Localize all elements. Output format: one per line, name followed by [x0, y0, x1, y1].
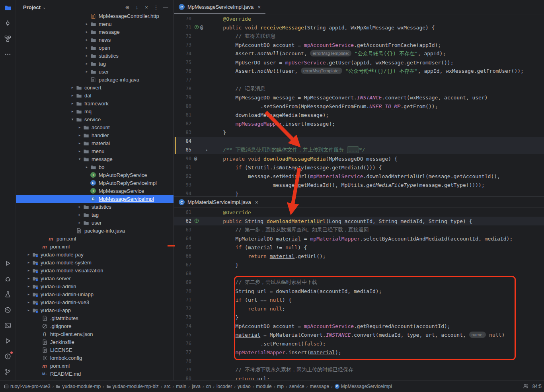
tree-item-news[interactable]: ▸news	[16, 36, 174, 44]
tree-item-mpmessagecontroller-http[interactable]: MpMessageController.http	[16, 14, 174, 20]
breadcrumb-item-ruoyi-vue-pro-vue3[interactable]: ruoyi-vue-pro-vue3	[4, 384, 51, 389]
chevron-collapsed-icon[interactable]: ▸	[25, 252, 32, 256]
breadcrumb-item-iocoder[interactable]: iocoder	[216, 384, 232, 389]
chevron-collapsed-icon[interactable]: ▸	[69, 109, 76, 113]
breadcrumb-item-yudao-module-mp-biz[interactable]: yudao-module-mp-biz	[106, 384, 159, 389]
tab-mpmaterialserviceimpl[interactable]: C MpMaterialServiceImpl.java ×	[174, 197, 263, 208]
code-line-84[interactable]: 84	[174, 137, 544, 146]
breadcrumb-item-service[interactable]: service	[289, 384, 304, 389]
code-line-80[interactable]: 80 return url;	[174, 374, 544, 380]
tree-item-license[interactable]: LICENSE	[16, 346, 174, 354]
history-icon[interactable]	[3, 305, 13, 315]
code-line-75[interactable]: 75 MpUserDO user = mpUserService.getUser…	[174, 58, 544, 67]
code-line-68[interactable]: 68	[174, 269, 544, 278]
code-line-79[interactable]: 79 // 不考虑下载永久素材，因为上传的时候已经保存	[174, 365, 544, 374]
tree-item-yudao-ui-admin[interactable]: ▸yudao-ui-admin	[16, 282, 174, 290]
code-line-65[interactable]: 65 if (material != null) {	[174, 243, 544, 252]
code-text[interactable]: @Override	[211, 210, 544, 215]
tree-item-convert[interactable]: ▸convert	[16, 83, 174, 91]
tree-item-jenkinsfile[interactable]: Jenkinsfile	[16, 338, 174, 346]
tree-item-readme-md[interactable]: M↓README.md	[16, 370, 174, 378]
code-text[interactable]: // 记录消息	[211, 85, 544, 92]
tree-item-dal[interactable]: ▸dal	[16, 91, 174, 99]
tree-item-handler[interactable]: ▸handler	[16, 131, 174, 139]
chevron-collapsed-icon[interactable]: ▸	[25, 268, 32, 272]
code-line-67[interactable]: 67 }	[174, 260, 544, 269]
code-text[interactable]: private void downloadMessageMedia(MpMess…	[211, 156, 544, 162]
annotation-gutter-icon[interactable]: @	[194, 156, 197, 161]
tree-item-menu[interactable]: ▸menu	[16, 147, 174, 155]
code-line-78[interactable]: 78 // 记录消息	[174, 84, 544, 93]
tree-item-statistics[interactable]: ▸statistics	[16, 203, 174, 211]
tree-item-statistics[interactable]: ▸statistics	[16, 52, 174, 60]
code-line-66[interactable]: 66 return material.getUrl();	[174, 252, 544, 260]
tree-item-pom-xml[interactable]: mpom.xml	[16, 362, 174, 370]
expand-icon[interactable]: ↕	[132, 2, 142, 12]
code-line-70[interactable]: 70 String url = downloadMedia(accountId,…	[174, 287, 544, 295]
chevron-collapsed-icon[interactable]: ▸	[84, 62, 90, 66]
chevron-collapsed-icon[interactable]: ▸	[84, 165, 90, 169]
tree-item-service[interactable]: ▾service	[16, 115, 174, 123]
breadcrumb-item-message[interactable]: message	[310, 384, 329, 389]
breadcrumb-item-yudao[interactable]: yudao	[238, 384, 251, 389]
tree-item-tag[interactable]: ▸tag	[16, 211, 174, 219]
code-text[interactable]: return url;	[211, 376, 544, 380]
terminal-icon[interactable]	[3, 320, 13, 330]
code-line-73[interactable]: 73 MpAccountDO account = mpAccountServic…	[174, 41, 544, 49]
problems-icon[interactable]	[3, 351, 13, 361]
chevron-collapsed-icon[interactable]: ▸	[69, 93, 76, 97]
tree-item-pom-xml[interactable]: mpom.xml	[16, 235, 174, 243]
code-text[interactable]: downloadMessageMedia(message);	[211, 112, 544, 118]
project-panel-title[interactable]: Project	[23, 4, 41, 10]
chevron-collapsed-icon[interactable]: ▸	[84, 46, 90, 50]
code-text[interactable]: return null;	[211, 306, 544, 312]
tree-item-lombok-config[interactable]: lombok.config	[16, 354, 174, 362]
tree-item-package-info-java[interactable]: package-info.java	[16, 227, 174, 235]
tree-item-bo[interactable]: ▸bo	[16, 163, 174, 171]
close-icon[interactable]: ×	[255, 199, 258, 206]
tree-item-user[interactable]: ▸user	[16, 219, 174, 227]
tree-item-yudao-ui-admin-vue3[interactable]: ▸yudao-ui-admin-vue3	[16, 298, 174, 306]
breadcrumb-item-module[interactable]: module	[256, 384, 271, 389]
breadcrumb-item-yudao-module-mp[interactable]: yudao-module-mp	[56, 384, 101, 389]
tree-item-tag[interactable]: ▸tag	[16, 60, 174, 68]
more-icon[interactable]	[3, 49, 13, 59]
code-text[interactable]: @Override	[211, 16, 544, 22]
caret-position[interactable]: 84:5	[532, 384, 542, 389]
code-text[interactable]: MpMaterialDO material = mpMaterialMapper…	[211, 236, 544, 242]
code-line-85[interactable]: 85▸ /** 下载消息使用到的媒体文件，并上传到文件服务 ...*/	[174, 146, 544, 154]
code-line-61[interactable]: 61 @Override	[174, 208, 544, 217]
tree-item-package-info-java[interactable]: package-info.java	[16, 76, 174, 83]
override-gutter-icon[interactable]	[194, 218, 199, 224]
chevron-expanded-icon[interactable]: ▾	[76, 157, 83, 161]
git-icon[interactable]	[3, 367, 13, 377]
tree-item-framework[interactable]: ▸framework	[16, 99, 174, 107]
code-text[interactable]: MpMessageDO message = MpMessageConvert.I…	[211, 95, 544, 101]
tree-item-yudao-server[interactable]: ▸yudao-server	[16, 274, 174, 282]
code-line-90[interactable]: 90@ private void downloadMessageMedia(Mp…	[174, 154, 544, 163]
code-line-72[interactable]: 72 // 获得关联信息	[174, 32, 544, 41]
code-text[interactable]: // 获得关联信息	[211, 33, 544, 40]
breadcrumb-item-cn[interactable]: cn	[206, 384, 211, 389]
hide-panel-icon[interactable]: —	[161, 2, 170, 12]
code-line-73[interactable]: 73 }	[174, 313, 544, 322]
code-text[interactable]: mpMessageMapper.insert(message);	[211, 121, 544, 127]
code-line-71[interactable]: 71 if (url == null) {	[174, 295, 544, 304]
code-line-63[interactable]: 63 // 第一步，直接从数据库查询。如果已经下载，直接返回	[174, 225, 544, 234]
code-line-72[interactable]: 72 return null;	[174, 304, 544, 313]
tree-item-pom-xml[interactable]: mpom.xml	[16, 243, 174, 250]
code-text[interactable]: .setPermanent(false);	[211, 341, 544, 347]
tree-item-gitattributes[interactable]: .gitattributes	[16, 314, 174, 322]
tree-item-mq[interactable]: ▸mq	[16, 107, 174, 115]
annotation-gutter-icon[interactable]: @	[200, 25, 203, 30]
code-text[interactable]: // 不考虑下载永久素材，因为上传的时候已经保存	[211, 366, 544, 373]
chevron-collapsed-icon[interactable]: ▸	[69, 85, 76, 89]
tree-item-yudao-module-pay[interactable]: ▸yudao-module-pay	[16, 250, 174, 258]
tab-mpmessageserviceimpl[interactable]: C MpMessageServiceImpl.java ×	[174, 0, 265, 14]
code-line-91[interactable]: 91 if (StrUtil.isNotEmpty(message.getMed…	[174, 163, 544, 172]
chevron-collapsed-icon[interactable]: ▸	[76, 205, 83, 209]
tree-item-http-client-env-json[interactable]: {}http-client.env.json	[16, 330, 174, 338]
tree-item-mpmessageserviceimpl[interactable]: CMpMessageServiceImpl	[16, 195, 174, 203]
debug-icon[interactable]	[3, 274, 13, 284]
code-line-79[interactable]: 79 MpMessageDO message = MpMessageConver…	[174, 93, 544, 102]
